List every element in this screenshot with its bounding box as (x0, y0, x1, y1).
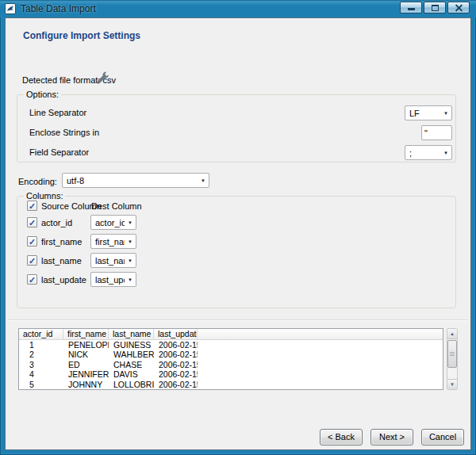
scrollbar-thumb[interactable] (447, 340, 457, 368)
minimize-icon (408, 8, 415, 10)
dest-column-select[interactable]: actor_id ▼ (90, 215, 136, 230)
table-cell: 2006-02-15... (154, 350, 198, 359)
maximize-button[interactable] (424, 2, 446, 13)
check-icon: ✓ (29, 201, 36, 211)
table-cell: 3 (19, 360, 63, 369)
table-cell: NICK (63, 350, 109, 359)
wrench-icon (94, 71, 109, 85)
dest-column-value: actor_id (95, 218, 125, 228)
chevron-down-icon: ▼ (128, 277, 132, 282)
table-row: 5 JOHNNY LOLLOBRIG... 2006-02-15... (19, 380, 443, 389)
columns-group: Columns: ✓ Source Column Dest Column ✓ a… (17, 196, 456, 308)
scroll-up-button[interactable]: ▲ (447, 329, 457, 339)
chevron-down-icon: ▼ (128, 220, 132, 225)
column-header: first_name (63, 329, 109, 339)
minimize-button[interactable] (400, 2, 422, 13)
cancel-button[interactable]: Cancel (421, 429, 464, 445)
dest-column-value: first_name (95, 237, 125, 247)
columns-group-label: Columns: (24, 190, 65, 201)
table-cell: DAVIS (109, 369, 154, 379)
source-column-label: last_update (41, 275, 86, 285)
next-button[interactable]: Next > (370, 429, 413, 445)
line-separator-select[interactable]: LF ▼ (405, 105, 452, 120)
table-cell: 2 (19, 350, 63, 359)
dest-column-value: last_updat (95, 275, 125, 285)
chevron-down-icon: ▼ (128, 239, 132, 244)
back-button[interactable]: < Back (320, 429, 363, 445)
column-header: last_name (109, 329, 154, 339)
column-checkbox[interactable]: ✓ (27, 274, 37, 285)
section-divider (8, 319, 468, 320)
table-cell: 2006-02-15... (154, 380, 198, 389)
chevron-down-icon: ▼ (128, 258, 132, 263)
dest-column-select[interactable]: first_name ▼ (90, 234, 136, 249)
check-icon: ✓ (29, 218, 36, 228)
chevron-down-icon: ▼ (443, 151, 448, 155)
file-format-options-button[interactable] (94, 71, 110, 86)
vertical-scrollbar[interactable]: ▲ ▼ (447, 328, 458, 390)
column-header-filler (198, 329, 443, 339)
dest-column-value: last_name (95, 256, 125, 266)
line-separator-label: Line Separator (29, 108, 86, 118)
table-cell: JOHNNY (63, 380, 109, 389)
enclose-strings-input[interactable] (421, 125, 452, 140)
table-cell: LOLLOBRIG... (109, 380, 154, 389)
preview-table: actor_id first_name last_name last_updat… (18, 328, 443, 390)
table-cell: PENELOPE (63, 340, 109, 350)
check-icon: ✓ (29, 256, 36, 266)
close-icon (448, 2, 469, 13)
page-title: Configure Import Settings (23, 30, 140, 41)
table-cell: 2006-02-15... (154, 360, 198, 369)
table-header-row: actor_id first_name last_name last_updat… (19, 329, 443, 340)
column-checkbox[interactable]: ✓ (27, 236, 37, 247)
table-cell: 2006-02-15... (154, 340, 198, 350)
table-row: 4 JENNIFER DAVIS 2006-02-15... (19, 369, 443, 379)
options-group-label: Options: (24, 89, 61, 100)
field-separator-select[interactable]: ; ▼ (405, 145, 452, 160)
field-separator-value: ; (409, 148, 412, 158)
source-column-label: actor_id (41, 218, 72, 228)
table-cell: 5 (19, 380, 63, 389)
table-cell: 1 (19, 340, 63, 350)
column-header: last_update (154, 329, 198, 339)
table-row: 3 ED CHASE 2006-02-15... (19, 360, 443, 369)
source-column-label: first_name (41, 237, 82, 247)
scroll-down-icon: ▼ (450, 382, 455, 387)
close-button[interactable] (447, 2, 470, 13)
column-checkbox[interactable]: ✓ (27, 217, 37, 228)
scrollbar-grip-icon (450, 352, 455, 353)
table-cell: 4 (19, 369, 63, 379)
dest-column-header: Dest Column (91, 201, 142, 212)
table-data-import-window: Table Data Import Configure Import Setti… (0, 0, 476, 455)
dest-column-select[interactable]: last_updat ▼ (90, 272, 136, 287)
table-row: 1 PENELOPE GUINESS 2006-02-15... (19, 340, 443, 350)
chevron-down-icon: ▼ (201, 178, 205, 183)
table-cell: JENNIFER (63, 369, 109, 379)
check-icon: ✓ (29, 275, 36, 285)
check-icon: ✓ (29, 237, 36, 247)
scroll-down-button[interactable]: ▼ (447, 379, 457, 389)
column-header: actor_id (19, 329, 63, 339)
encoding-value: utf-8 (67, 176, 84, 185)
maximize-icon (432, 5, 439, 11)
options-group: Options: Line Separator LF ▼ Enclose Str… (17, 94, 456, 162)
column-checkbox[interactable]: ✓ (27, 255, 37, 266)
table-cell: 2006-02-15... (154, 369, 198, 379)
table-row: 2 NICK WAHLBERG 2006-02-15... (19, 350, 443, 359)
enclose-strings-label: Enclose Strings in (29, 128, 99, 138)
chevron-down-icon: ▼ (443, 111, 448, 116)
select-all-checkbox[interactable]: ✓ (27, 201, 37, 211)
encoding-select[interactable]: utf-8 ▼ (62, 173, 209, 188)
table-cell: GUINESS (109, 340, 154, 350)
source-column-label: last_name (41, 256, 82, 266)
dest-column-select[interactable]: last_name ▼ (90, 253, 136, 268)
window-controls (400, 2, 470, 13)
window-title: Table Data Import (21, 0, 96, 17)
table-cell: CHASE (109, 360, 154, 369)
table-cell: WAHLBERG (109, 350, 154, 359)
titlebar[interactable]: Table Data Import (0, 0, 476, 17)
table-cell: ED (63, 360, 109, 369)
line-separator-value: LF (409, 109, 420, 118)
encoding-label: Encoding: (18, 177, 57, 187)
scroll-up-icon: ▲ (450, 331, 455, 336)
